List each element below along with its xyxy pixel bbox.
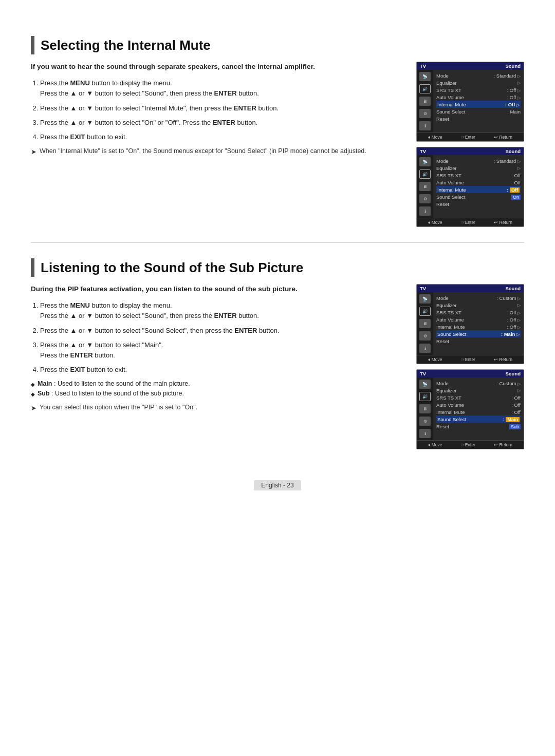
screen1-footer: ♦ Move ☞Enter ↩ Return: [417, 133, 524, 141]
section2-text: During the PIP features activation, you …: [31, 284, 404, 413]
section1-screen2: TV Sound 📡 🔊 🖥 ⚙ ℹ Mode : Standard: [416, 147, 524, 227]
icon-info: ℹ: [419, 121, 431, 130]
screen4-header: TV Sound: [417, 370, 524, 377]
icon-speaker: 🔊: [419, 84, 431, 93]
footer-enter-1: ☞Enter: [461, 135, 475, 140]
icon-picture-3: 🖥: [419, 319, 431, 328]
row-soundselect-1: Sound Select : Main: [436, 108, 521, 115]
section1-note: ➤ When "Internal Mute" is set to "On", t…: [31, 146, 404, 157]
screen3-header: TV Sound: [417, 285, 524, 292]
screen1-sidebar: 📡 🔊 🖥 ⚙ ℹ: [417, 70, 433, 133]
section1-step4: Press the EXIT button to exit.: [40, 132, 404, 142]
section1-title-bar: Selecting the Internal Mute: [31, 36, 524, 54]
row-srs-1: SRS TS XT : Off ▷: [436, 86, 521, 93]
section2-step1: Press the MENU button to display the men…: [40, 300, 404, 321]
footer-return-3: ↩ Return: [494, 357, 512, 362]
screen2-footer: ♦ Move ☞Enter ↩ Return: [417, 218, 524, 226]
section2-intro: During the PIP features activation, you …: [31, 284, 404, 294]
bullet-main: ◆ Main : Used to listen to the sound of …: [31, 379, 404, 389]
screen4-body: 📡 🔊 🖥 ⚙ ℹ Mode : Custom ▷ Equalizer: [417, 377, 524, 440]
icon-settings: ⚙: [419, 109, 431, 118]
section1-step3: Press the ▲ or ▼ button to select "On" o…: [40, 118, 404, 128]
s2-row-srs: SRS TS XT : Off: [436, 172, 521, 179]
screen2-tv-label: TV: [420, 148, 426, 154]
section2-title: Listening to the Sound of the Sub Pictur…: [41, 260, 303, 276]
section2-body: During the PIP features activation, you …: [31, 284, 524, 449]
section2-title-bar: Listening to the Sound of the Sub Pictur…: [31, 258, 524, 277]
s3-row-srs: SRS TS XT : Off ▷: [436, 309, 521, 316]
title-accent-1: [31, 36, 34, 54]
section-divider: [31, 242, 524, 243]
section1-screens: TV Sound 📡 🔊 🖥 ⚙ ℹ Mode : Standard: [416, 62, 524, 227]
s4-row-soundselect: Sound Select : Main: [436, 415, 521, 423]
screen2-content: Mode : Standard ▷ Equalizer ▷ SRS TS XT …: [433, 155, 524, 218]
bullet-sub: ◆ Sub : Used to listen to the sound of t…: [31, 389, 404, 399]
screen2-header: TV Sound: [417, 147, 524, 155]
s4-row-eq: Equalizer ▷: [436, 387, 521, 394]
exit-bold-s2: EXIT: [70, 366, 85, 373]
section1-text: If you want to hear the sound through se…: [31, 62, 404, 157]
enter-bold-3: ENTER: [213, 119, 235, 126]
row-reset-1: Reset: [436, 115, 521, 122]
section2: Listening to the Sound of the Sub Pictur…: [31, 258, 524, 449]
section1-intro: If you want to hear the sound through se…: [31, 62, 404, 72]
enter-bold-1: ENTER: [214, 89, 236, 97]
footer-move-3: ♦ Move: [428, 357, 442, 362]
screen3-tv-label: TV: [420, 286, 426, 291]
s2-row-autovol: Auto Volume : Off: [436, 179, 521, 186]
row-equalizer-1: Equalizer ▷: [436, 79, 521, 86]
footer-return-1: ↩ Return: [494, 135, 512, 140]
icon-picture: 🖥: [419, 97, 431, 106]
screen1-header: TV Sound: [417, 62, 524, 70]
s3-row-mode: Mode : Custom ▷: [436, 294, 521, 301]
screen3-content: Mode : Custom ▷ Equalizer ▷ SRS TS XT : …: [433, 292, 524, 355]
s4-row-reset: Reset Sub: [436, 423, 521, 430]
section2-step2: Press the ▲ or ▼ button to select "Sound…: [40, 326, 404, 336]
section2-step4: Press the EXIT button to exit.: [40, 365, 404, 375]
section1-body: If you want to hear the sound through se…: [31, 62, 524, 227]
section1-steps: Press the MENU button to display the men…: [40, 78, 404, 142]
s2-row-mode: Mode : Standard ▷: [436, 157, 521, 164]
s2-row-soundselect: Sound Select On: [436, 193, 521, 200]
s4-row-autovol: Auto Volume : Off: [436, 401, 521, 408]
row-mode-1: Mode : Standard ▷: [436, 72, 521, 79]
footer-enter-4: ☞Enter: [461, 442, 475, 447]
page-number: English - 23: [254, 480, 301, 490]
section2-note: ➤ You can select this option when the "P…: [31, 403, 404, 413]
icon-settings-2: ⚙: [419, 194, 431, 203]
note-arrow-icon-1: ➤: [31, 147, 36, 157]
s3-row-internalmute: Internal Mute : Off ▷: [436, 323, 521, 330]
footer-return-2: ↩ Return: [494, 220, 512, 225]
s4-row-srs: SRS TS XT : Off: [436, 394, 521, 401]
screen4-sidebar: 📡 🔊 🖥 ⚙ ℹ: [417, 377, 433, 440]
icon-speaker-4: 🔊: [419, 392, 431, 401]
s4-row-mode: Mode : Custom ▷: [436, 380, 521, 387]
title-accent-2: [31, 258, 34, 277]
screen3-body: 📡 🔊 🖥 ⚙ ℹ Mode : Custom ▷ Equalizer: [417, 292, 524, 355]
screen2-body: 📡 🔊 🖥 ⚙ ℹ Mode : Standard ▷ Equalizer: [417, 155, 524, 218]
page-footer: English - 23: [31, 480, 524, 490]
screen4-footer: ♦ Move ☞Enter ↩ Return: [417, 440, 524, 449]
footer-move-1: ♦ Move: [428, 135, 442, 140]
screen1-sound-label: Sound: [505, 63, 521, 69]
icon-picture-2: 🖥: [419, 182, 431, 191]
bullet-main-text: Main : Used to listen to the sound of th…: [38, 379, 190, 389]
icon-antenna-3: 📡: [419, 294, 431, 304]
section2-note-text: You can select this option when the "PIP…: [40, 403, 197, 412]
icon-picture-4: 🖥: [419, 404, 431, 413]
section2-screens: TV Sound 📡 🔊 🖥 ⚙ ℹ Mode : Custom ▷: [416, 284, 524, 449]
section1-screen1: TV Sound 📡 🔊 🖥 ⚙ ℹ Mode : Standard: [416, 62, 524, 142]
screen2-sidebar: 📡 🔊 🖥 ⚙ ℹ: [417, 155, 433, 218]
screen4-tv-label: TV: [420, 371, 426, 376]
screen1-content: Mode : Standard ▷ Equalizer ▷ SRS TS XT …: [433, 70, 524, 133]
row-autovol-1: Auto Volume : Off ▷: [436, 93, 521, 101]
screen3-sidebar: 📡 🔊 🖥 ⚙ ℹ: [417, 292, 433, 355]
screen4-content: Mode : Custom ▷ Equalizer ▷ SRS TS XT : …: [433, 377, 524, 440]
s3-row-eq: Equalizer ▷: [436, 301, 521, 309]
icon-speaker-2: 🔊: [419, 169, 431, 179]
s4-row-internalmute: Internal Mute : Off: [436, 408, 521, 415]
section2-bullets: ◆ Main : Used to listen to the sound of …: [31, 379, 404, 399]
enter-bold-s2-1: ENTER: [214, 312, 236, 319]
s2-row-internalmute: Internal Mute : Off: [436, 186, 521, 193]
note-arrow-icon-2: ➤: [31, 403, 36, 413]
